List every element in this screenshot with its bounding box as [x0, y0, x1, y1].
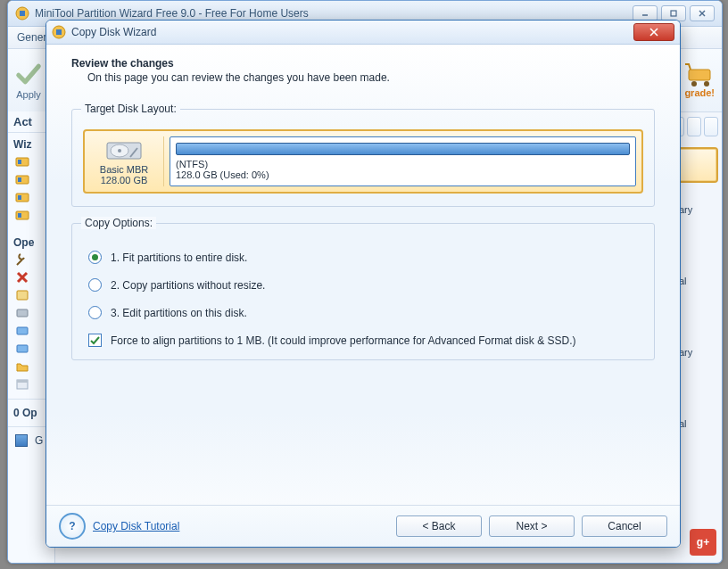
- legend-label: G: [35, 434, 43, 447]
- target-disk-frame: Target Disk Layout: Basic MBR 128.00 GB …: [71, 109, 655, 207]
- checkbox-icon: [88, 334, 102, 347]
- radio-icon: [88, 278, 102, 292]
- option-edit-partitions[interactable]: 3. Edit partitions on this disk.: [88, 306, 643, 319]
- drive-blue-icon: [15, 324, 29, 338]
- wizard-icon: [15, 154, 29, 169]
- svg-rect-10: [18, 160, 21, 164]
- app-icon: [52, 25, 66, 39]
- svg-point-31: [118, 149, 121, 153]
- partition-chunk-label: ary: [679, 347, 692, 358]
- option-label: 2. Copy partitions without resize.: [111, 279, 265, 292]
- view-chip[interactable]: [687, 117, 701, 136]
- dialog-titlebar: Copy Disk Wizard: [46, 21, 680, 45]
- disk-flat-icon: [15, 288, 29, 302]
- back-button[interactable]: < Back: [396, 515, 482, 537]
- upgrade-button[interactable]: grade!: [684, 62, 715, 98]
- svg-rect-26: [56, 29, 62, 35]
- dialog-title: Copy Disk Wizard: [71, 26, 633, 38]
- cart-icon: [685, 62, 714, 87]
- review-subtitle: On this page you can review the changes …: [87, 71, 655, 84]
- wizard-icon: [15, 190, 29, 204]
- svg-rect-21: [17, 327, 28, 334]
- apply-button[interactable]: Apply: [15, 61, 42, 100]
- main-window-title: MiniTool Partition Wizard Free 9.0 - Fre…: [35, 7, 633, 20]
- wizard-icon: [15, 208, 29, 222]
- close-icon: [649, 28, 658, 37]
- tools-icon: [15, 252, 29, 267]
- upgrade-label: grade!: [684, 87, 715, 98]
- svg-rect-14: [18, 195, 21, 200]
- svg-rect-1: [20, 11, 25, 16]
- svg-rect-22: [17, 345, 28, 352]
- hard-drive-icon: [105, 137, 143, 162]
- view-chip[interactable]: [704, 117, 718, 136]
- cancel-button[interactable]: Cancel: [582, 515, 667, 537]
- partition-chunk-label: ary: [679, 204, 692, 215]
- right-disk-stack: ary al ary al: [677, 117, 718, 477]
- folder-icon: [15, 359, 29, 374]
- close-main-button[interactable]: [690, 5, 715, 21]
- legend-swatch: [15, 434, 28, 447]
- svg-rect-3: [671, 11, 676, 16]
- partition-chunk[interactable]: al: [677, 263, 718, 299]
- option-label: 3. Edit partitions on this disk.: [111, 307, 247, 319]
- target-disk-row[interactable]: Basic MBR 128.00 GB (NTFS) 128.0 GB (Use…: [83, 129, 643, 194]
- svg-point-7: [691, 81, 697, 87]
- radio-icon: [88, 251, 102, 264]
- disk-type-label: Basic MBR: [100, 164, 148, 175]
- disk-thumbnail: Basic MBR 128.00 GB: [90, 136, 164, 186]
- copy-options-legend: Copy Options:: [81, 217, 156, 229]
- help-link[interactable]: Copy Disk Tutorial: [93, 520, 179, 532]
- drive-grey-icon: [15, 306, 29, 320]
- svg-rect-12: [18, 177, 21, 182]
- svg-point-8: [704, 81, 709, 87]
- copy-disk-wizard-dialog: Copy Disk Wizard Review the changes On t…: [46, 20, 681, 548]
- google-plus-button[interactable]: g+: [690, 529, 716, 556]
- svg-rect-19: [17, 291, 28, 300]
- apply-label: Apply: [16, 89, 41, 100]
- option-copy-without-resize[interactable]: 2. Copy partitions without resize.: [88, 278, 643, 292]
- option-label: 1. Fit partitions to entire disk.: [111, 252, 247, 264]
- checkmark-icon: [15, 61, 42, 87]
- option-label: Force to align partitions to 1 MB. (It c…: [111, 334, 576, 347]
- partition-chunk[interactable]: ary: [677, 192, 718, 227]
- partition-box[interactable]: (NTFS) 128.0 GB (Used: 0%): [170, 136, 636, 186]
- target-disk-legend: Target Disk Layout:: [81, 103, 180, 115]
- wizard-icon: [15, 172, 29, 186]
- panel-icon: [15, 377, 29, 392]
- help-icon[interactable]: ?: [59, 513, 86, 540]
- dialog-footer: ? Copy Disk Tutorial < Back Next > Cance…: [46, 505, 680, 547]
- delete-icon: [15, 270, 29, 284]
- dialog-close-button[interactable]: [633, 23, 674, 41]
- svg-rect-16: [18, 213, 21, 218]
- radio-icon: [88, 306, 102, 319]
- svg-rect-6: [689, 70, 710, 80]
- partition-fs-label: (NTFS): [176, 159, 630, 169]
- disk-size-label: 128.00 GB: [101, 175, 148, 186]
- partition-chunk[interactable]: ary: [677, 334, 718, 370]
- partition-chunk[interactable]: al: [677, 406, 718, 441]
- partition-usage-bar: [176, 143, 630, 155]
- copy-options-frame: Copy Options: 1. Fit partitions to entir…: [71, 223, 655, 360]
- disk-selected[interactable]: [677, 147, 718, 183]
- partition-size-label: 128.0 GB (Used: 0%): [176, 169, 630, 180]
- drive-blue-icon: [15, 342, 29, 356]
- app-icon: [15, 6, 29, 21]
- svg-rect-20: [17, 309, 28, 317]
- svg-rect-24: [17, 380, 28, 383]
- option-fit-partitions[interactable]: 1. Fit partitions to entire disk.: [88, 251, 643, 264]
- review-heading: Review the changes: [71, 57, 655, 70]
- option-force-align[interactable]: Force to align partitions to 1 MB. (It c…: [88, 334, 643, 347]
- next-button[interactable]: Next >: [489, 515, 575, 537]
- dialog-body: Review the changes On this page you can …: [46, 45, 680, 505]
